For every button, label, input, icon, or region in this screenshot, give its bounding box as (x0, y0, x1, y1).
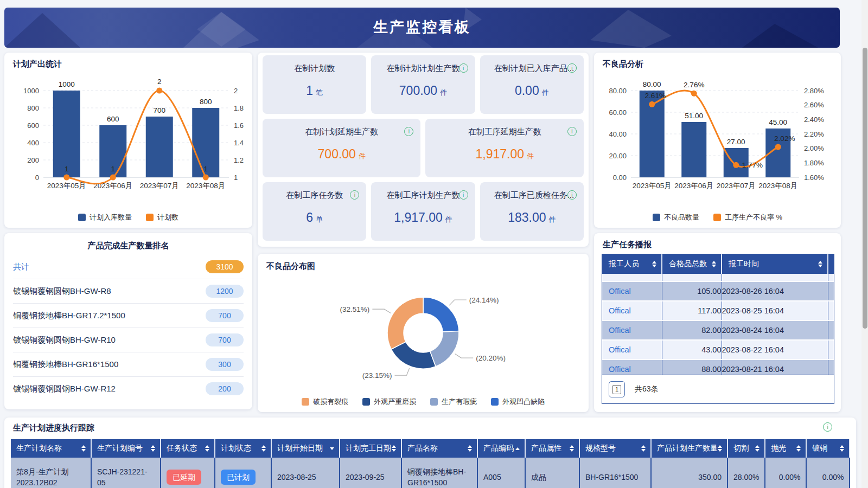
ranking-row[interactable]: 镀锡铜覆钢圆钢BH-GW-R12200 (13, 377, 244, 401)
column-header[interactable]: 产品属性 (525, 439, 579, 458)
info-icon[interactable]: i (567, 190, 577, 200)
kpi-value-unit: 件 (440, 88, 447, 97)
column-header[interactable]: 报工时间 (722, 254, 828, 274)
svg-text:700: 700 (153, 106, 165, 114)
ranking-row[interactable]: 镀锡铜覆钢圆钢BH-GW-R81200 (13, 279, 244, 304)
legend-label: 生产有瑕疵 (442, 397, 477, 407)
column-header-content: 计划完工日期 (346, 444, 401, 453)
sort-icon (755, 445, 760, 452)
ranking-total-row[interactable]: 共计3100 (13, 255, 244, 279)
column-header[interactable]: 产品名称 (401, 439, 477, 458)
column-header-label: 报工时间 (729, 259, 759, 269)
defect-distribution-legend: 破损有裂痕外观严重磨损生产有瑕疵外观凹凸缺陷 (258, 397, 589, 407)
plan-cell: SCJH-231221-05 (91, 458, 161, 488)
column-header[interactable]: 产品计划生产数量 (651, 439, 727, 458)
sort-desc-arrow (392, 449, 396, 452)
column-header[interactable]: 产品编码 (477, 439, 525, 458)
defect-analysis-legend: 不良品数量工序生产不良率 % (594, 213, 841, 222)
column-header-label: 镀铜 (812, 444, 827, 453)
column-header[interactable]: 抛光 (765, 439, 806, 458)
reporter-link[interactable]: Offical (602, 345, 631, 354)
sort-asc-arrow (151, 445, 155, 448)
pie-slice (423, 297, 459, 332)
svg-text:80.00: 80.00 (609, 87, 627, 95)
product-name: 铜覆钢接地棒BH-GR16*1500 (13, 359, 118, 370)
column-header[interactable]: 生产计划编号 (91, 439, 161, 458)
sort-asc-arrow (718, 445, 722, 448)
legend-item[interactable]: 生产有瑕疵 (430, 397, 477, 407)
column-header[interactable]: 合格品总数 (662, 254, 722, 274)
plan-table-body: 第8月-生产计划 2023.12B02SCJH-231221-05已延期已计划2… (11, 458, 850, 488)
legend-item[interactable]: 破损有裂痕 (302, 397, 348, 407)
column-header[interactable]: 镀铜 (806, 439, 850, 458)
reporter-link[interactable]: Offical (602, 326, 631, 335)
qualified-count-cell: 117.00 (662, 301, 722, 320)
column-header-content: 生产计划编号 (97, 444, 160, 453)
sort-asc-arrow (652, 261, 656, 264)
plan-cell: 2023-08-25 (271, 458, 340, 488)
task-feed-table-scroll[interactable]: 报工人员合格品总数报工时间Offical105.002023-08-26 16:… (602, 254, 834, 375)
svg-text:2: 2 (234, 87, 238, 95)
legend-item[interactable]: 不良品数量 (653, 213, 699, 222)
cell (662, 274, 722, 281)
task-table-head: 报工人员合格品总数报工时间 (602, 254, 834, 274)
column-header-content: 产品名称 (407, 444, 477, 453)
task-feed-table: 报工人员合格品总数报工时间Offical105.002023-08-26 16:… (602, 254, 834, 375)
legend-item[interactable]: 工序生产不良率 % (713, 213, 782, 222)
sort-desc-arrow (755, 449, 760, 452)
info-icon[interactable]: i (459, 63, 468, 73)
sort-desc-arrow (712, 265, 716, 267)
panel-task-feed: 生产任务播报 报工人员合格品总数报工时间Offical105.002023-08… (594, 233, 841, 412)
svg-text:2.61%: 2.61% (645, 92, 666, 100)
reporter-link[interactable]: Offical (602, 287, 631, 296)
info-icon[interactable]: i (459, 190, 468, 200)
column-header[interactable]: 切割 (727, 439, 765, 458)
page-scrollbar-thumb[interactable] (863, 48, 867, 329)
report-time-cell: 2023-08-26 16:04 (722, 281, 828, 301)
status-badge-delayed: 已延期 (167, 470, 201, 485)
legend-item[interactable]: 计划入库数量 (78, 213, 132, 222)
kpi-card: 在制计划计划生产数i700.00件 (371, 55, 475, 114)
info-icon[interactable]: i (567, 63, 577, 73)
legend-item[interactable]: 计划数 (146, 213, 178, 222)
info-icon[interactable]: i (823, 422, 832, 432)
table-row: Offical105.002023-08-26 16:04 (602, 281, 834, 301)
quantity-badge: 700 (206, 309, 244, 322)
info-icon[interactable]: i (567, 127, 577, 136)
qualified-count-cell: 82.00 (662, 320, 722, 340)
status-badge-planned: 已计划 (221, 470, 256, 485)
quantity-badge: 200 (206, 382, 244, 395)
column-header[interactable]: 报工人员 (602, 254, 662, 274)
pie-slice (387, 297, 423, 349)
column-header[interactable]: 任务状态 (161, 439, 215, 458)
line-point (775, 144, 781, 150)
task-table-body: Offical105.002023-08-26 16:04Offical117.… (602, 274, 834, 375)
pagination-page-button[interactable]: 1 (609, 381, 625, 397)
column-header[interactable]: 生产计划名称 (11, 439, 91, 458)
column-header[interactable]: 计划状态 (215, 439, 271, 458)
ranking-row[interactable]: 镀锡铜覆钢圆钢BH-GW-R10700 (13, 328, 244, 352)
reporter-link[interactable]: Offical (602, 365, 631, 374)
sort-asc-arrow (840, 445, 844, 448)
kpi-value-number: 0.00 (515, 84, 539, 98)
column-header-label: 计划开始日期 (277, 444, 323, 453)
reporter-link[interactable]: Offical (602, 306, 631, 315)
kpi-card: 在制计划延期生产数i700.00件 (263, 119, 420, 177)
ranking-row[interactable]: 铜覆钢接地棒BH-GR17.2*1500700 (13, 304, 244, 328)
legend-item[interactable]: 外观严重磨损 (362, 397, 416, 407)
svg-text:1: 1 (203, 165, 208, 173)
page-scrollbar-track[interactable] (861, 0, 868, 488)
column-header[interactable]: 规格型号 (579, 439, 651, 458)
svg-text:2023年07月: 2023年07月 (140, 182, 179, 190)
sort-asc-arrow (818, 261, 822, 264)
legend-item[interactable]: 外观凹凸缺陷 (491, 397, 545, 407)
line-point (63, 175, 69, 181)
ranking-row[interactable]: 铜覆钢接地棒BH-GR16*1500300 (13, 352, 244, 377)
panel-plan-tracking: 生产计划进度执行跟踪 i 生产计划名称生产计划编号任务状态计划状态计划开始日期计… (4, 418, 856, 488)
column-header[interactable]: 计划完工日期 (340, 439, 401, 458)
reporter-cell: Offical (602, 359, 662, 375)
plan-tracking-title: 生产计划进度执行跟踪 (13, 423, 94, 433)
sort-icon (468, 445, 472, 452)
kpi-value-unit: 件 (549, 215, 556, 223)
column-header[interactable]: 计划开始日期 (271, 439, 340, 458)
